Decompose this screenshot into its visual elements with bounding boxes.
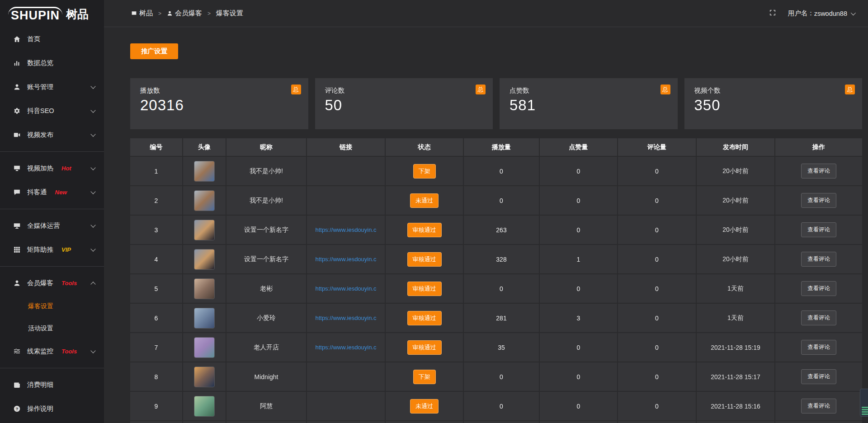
- cell-plays: 0: [464, 274, 539, 303]
- floating-helper-widget[interactable]: [860, 389, 868, 417]
- cell-nickname: 阿慧: [226, 392, 306, 420]
- stat-card-likes: 点赞数 581 总: [500, 78, 678, 129]
- chevron-down-icon: [90, 84, 95, 89]
- cell-nickname: Midnight: [226, 362, 306, 391]
- cell-likes: 0: [540, 216, 617, 244]
- cell-nickname: [226, 421, 306, 423]
- chevron-down-icon: [90, 348, 95, 353]
- total-badge: 总: [476, 85, 486, 94]
- cell-comments: 0: [618, 392, 696, 420]
- col-header-id: 编号: [130, 138, 182, 156]
- view-comments-button[interactable]: 查看评论: [801, 193, 836, 208]
- cell-status: 下架: [386, 362, 463, 391]
- chevron-down-icon: [851, 10, 856, 15]
- view-comments-button[interactable]: 查看评论: [801, 164, 836, 179]
- cell-link: https://www.iesdouyin.c: [307, 274, 385, 303]
- cell-time: 20小时前: [697, 157, 774, 185]
- total-badge: 总: [291, 85, 301, 94]
- breadcrumb-member[interactable]: 会员爆客: [167, 9, 202, 18]
- cell-comments: 0: [618, 362, 696, 391]
- cell-action: 查看评论: [775, 304, 862, 332]
- view-comments-button[interactable]: 查看评论: [801, 399, 836, 414]
- cell-status: 未通过: [386, 392, 463, 420]
- cell-action: [775, 421, 862, 423]
- logo: SHUPIN 树品: [8, 4, 96, 24]
- cell-avatar: [183, 245, 226, 273]
- cell-plays: 0: [464, 157, 539, 185]
- view-comments-button[interactable]: 查看评论: [801, 369, 836, 384]
- cell-comments: [618, 421, 696, 423]
- video-table: 编号 头像 昵称 链接 状态 播放量 点赞量 评论量 发布时间 操作 1 我不是…: [130, 138, 862, 423]
- view-comments-button[interactable]: 查看评论: [801, 340, 836, 355]
- sidebar-item-spend-detail[interactable]: 消费明细: [0, 373, 104, 397]
- sidebar-subitem-baoke-settings[interactable]: 爆客设置: [0, 295, 104, 317]
- cell-comments: 0: [618, 157, 696, 185]
- username-value: zswodun88: [814, 10, 847, 17]
- cell-status: [386, 421, 463, 423]
- video-link[interactable]: https://www.iesdouyin.c: [307, 315, 385, 321]
- col-header-plays: 播放量: [464, 138, 539, 156]
- cell-likes: 0: [540, 392, 617, 420]
- col-header-actions: 操作: [775, 138, 862, 156]
- sidebar-subitem-activity-settings[interactable]: 活动设置: [0, 317, 104, 339]
- cell-time: 2021-11-28 15:17: [697, 362, 774, 391]
- sidebar-item-account-mgmt[interactable]: 账号管理: [0, 75, 104, 99]
- cell-avatar: [183, 392, 226, 420]
- cell-id: 5: [130, 274, 182, 303]
- stat-value: 581: [509, 97, 668, 114]
- sidebar-item-doukeTong[interactable]: 抖客通 New: [0, 180, 104, 204]
- view-comments-button[interactable]: 查看评论: [801, 310, 836, 325]
- user-icon: [13, 83, 21, 91]
- cell-id: 4: [130, 245, 182, 273]
- avatar: [194, 220, 215, 240]
- svg-text:?: ?: [15, 407, 18, 411]
- sidebar-item-matrix-boost[interactable]: 矩阵助推 VIP: [0, 238, 104, 262]
- sidebar-item-all-media[interactable]: 全媒体运营: [0, 214, 104, 238]
- stat-value: 20316: [140, 97, 298, 114]
- cell-action: 查看评论: [775, 392, 862, 420]
- panel-icon: [131, 10, 137, 16]
- sidebar-item-help[interactable]: ? 操作说明: [0, 397, 104, 421]
- sidebar-item-home[interactable]: 首页: [0, 27, 104, 51]
- sidebar-item-data-overview[interactable]: 数据总览: [0, 51, 104, 75]
- cell-time: 2021-11-28 15:16: [697, 392, 774, 420]
- video-link[interactable]: https://www.iesdouyin.c: [307, 285, 385, 292]
- promo-settings-button[interactable]: 推广设置: [130, 43, 178, 59]
- cell-avatar: [183, 304, 226, 332]
- fullscreen-icon[interactable]: [769, 9, 776, 18]
- sidebar-item-video-heating[interactable]: 视频加热 Hot: [0, 156, 104, 180]
- chevron-down-icon: [90, 165, 95, 170]
- video-link[interactable]: https://www.iesdouyin.c: [307, 226, 385, 233]
- col-header-nickname: 昵称: [226, 138, 306, 156]
- cell-id: 2: [130, 186, 182, 215]
- gear-icon: [13, 107, 21, 115]
- col-header-time: 发布时间: [697, 138, 774, 156]
- cell-link: https://www.iesdouyin.c: [307, 216, 385, 244]
- view-comments-button[interactable]: 查看评论: [801, 281, 836, 296]
- breadcrumb-home[interactable]: 树品: [131, 9, 153, 18]
- sidebar-item-clue-monitor[interactable]: 线索监控 Tools: [0, 339, 104, 363]
- cell-link: [307, 186, 385, 215]
- sidebar-item-member-baoke[interactable]: 会员爆客 Tools: [0, 271, 104, 295]
- cell-avatar: [183, 362, 226, 391]
- cell-link: [307, 362, 385, 391]
- video-link[interactable]: https://www.iesdouyin.c: [307, 344, 385, 351]
- view-comments-button[interactable]: 查看评论: [801, 222, 836, 237]
- vip-tag: VIP: [61, 246, 71, 253]
- user-menu[interactable]: 用户名： zswodun88: [788, 9, 854, 18]
- sidebar-item-video-publish[interactable]: 视频发布: [0, 123, 104, 147]
- cell-time: 20小时前: [697, 245, 774, 273]
- avatar: [194, 278, 215, 299]
- stat-card-plays: 播放数 20316 总: [130, 78, 308, 129]
- col-header-status: 状态: [386, 138, 463, 156]
- sidebar-item-douyin-seo[interactable]: 抖音SEO: [0, 99, 104, 123]
- chevron-down-icon: [90, 108, 95, 113]
- cell-plays: 35: [464, 333, 539, 362]
- topbar: 树品 > 会员爆客 > 爆客设置 用户名： zswodun88: [104, 0, 868, 27]
- cell-comments: 0: [618, 274, 696, 303]
- cell-nickname: 老彬: [226, 274, 306, 303]
- cell-comments: 0: [618, 333, 696, 362]
- tools-tag: Tools: [61, 280, 77, 287]
- view-comments-button[interactable]: 查看评论: [801, 252, 836, 267]
- video-link[interactable]: https://www.iesdouyin.c: [307, 256, 385, 263]
